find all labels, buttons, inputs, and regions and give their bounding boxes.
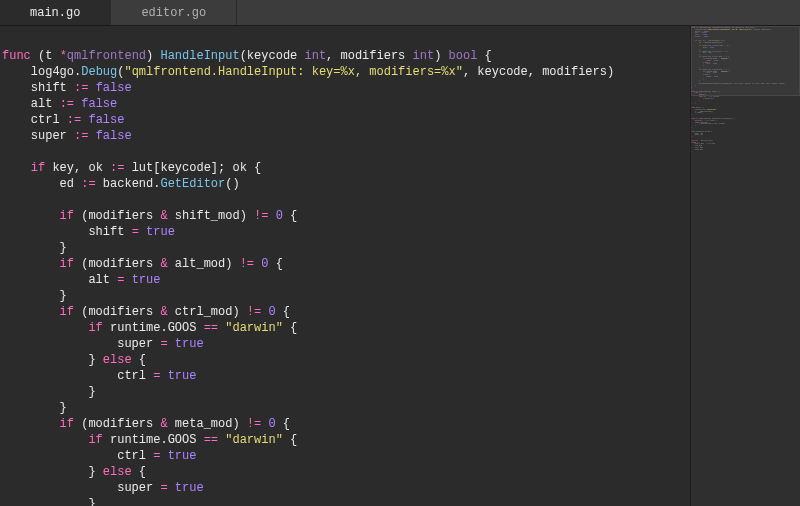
code-editor[interactable]: func (t *qmlfrontend) HandleInput(keycod…: [0, 26, 690, 506]
tab-bar: main.go editor.go: [0, 0, 800, 26]
main-area: func (t *qmlfrontend) HandleInput(keycod…: [0, 26, 800, 506]
minimap[interactable]: func (t *qmlfrontend) HandleInput(keycod…: [690, 26, 800, 506]
minimap-content: func (t *qmlfrontend) HandleInput(keycod…: [691, 26, 800, 153]
tab-label: editor.go: [141, 6, 206, 20]
tab-editor-go[interactable]: editor.go: [111, 0, 237, 25]
tab-main-go[interactable]: main.go: [0, 0, 111, 25]
tab-label: main.go: [30, 6, 80, 20]
